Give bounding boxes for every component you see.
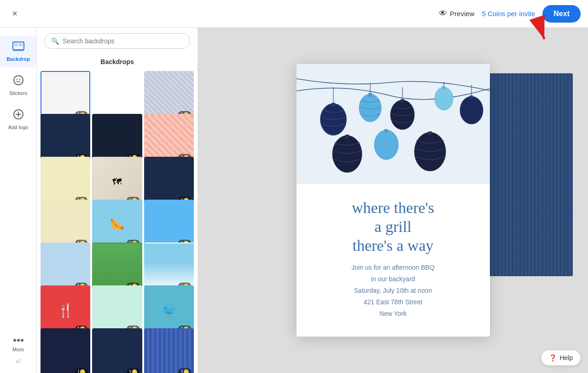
backdrop-label: Backdrop [6, 56, 30, 62]
sidebar-title: Backdrops [37, 54, 198, 71]
addlogo-icon [13, 109, 24, 123]
help-label: Help [559, 354, 573, 361]
help-button[interactable]: ❓ Help [541, 350, 581, 366]
svg-point-23 [435, 87, 453, 110]
search-box: 🔍 [44, 33, 190, 49]
svg-point-27 [332, 136, 362, 172]
card-text-area: where there's a grill there's a way Join… [333, 184, 453, 336]
svg-point-25 [460, 96, 483, 124]
body-line4: 421 East 78th Street [351, 296, 435, 308]
backdrop-item-19[interactable]: 1🪙 [41, 328, 90, 373]
backdrop-item-20[interactable]: 1🪙 [92, 328, 142, 373]
header-right: 👁 Preview 5 Coins per invite Next [439, 5, 581, 23]
card-body-text: Join us for an afternoon BBQ in our back… [351, 262, 435, 320]
coin-badge-21: 1🪙 [178, 368, 191, 373]
addlogo-label: Add logo [8, 124, 28, 130]
card-headline: where there's a grill there's a way [352, 199, 434, 255]
left-toolbar: Backdrop Stickers Add logo [0, 28, 37, 373]
svg-point-13 [17, 339, 20, 342]
headline-line2: a grill [352, 218, 434, 237]
svg-rect-5 [13, 50, 24, 51]
close-button[interactable]: × [7, 6, 22, 21]
backdrop-item-21[interactable]: 1🪙 [144, 328, 194, 373]
more-icon [13, 333, 24, 345]
svg-rect-4 [19, 43, 23, 46]
body-line1: Join us for an afternoon BBQ [351, 262, 435, 273]
more-label: More [12, 347, 24, 352]
svg-point-12 [13, 339, 16, 342]
sidebar: 🔍 Backdrops 1🪙 1🪙 1🪙 [37, 28, 198, 373]
svg-point-8 [19, 79, 20, 80]
svg-rect-3 [14, 43, 18, 46]
close-icon: × [12, 8, 17, 19]
headline-line1: where there's [352, 199, 434, 218]
invitation-card: where there's a grill there's a way Join… [297, 64, 490, 336]
header-left: × [7, 6, 22, 21]
svg-point-7 [16, 79, 17, 80]
svg-rect-28 [345, 135, 349, 138]
body-line5: New York [351, 308, 435, 320]
card-wrapper: where there's a grill there's a way Join… [297, 64, 490, 336]
lanterns-svg [297, 64, 490, 184]
svg-point-6 [14, 76, 23, 85]
svg-rect-32 [428, 131, 432, 135]
toolbar-item-addlogo[interactable]: Add logo [0, 103, 36, 136]
sidebar-search: 🔍 [37, 28, 198, 54]
coins-label[interactable]: 5 Coins per invite [482, 10, 535, 18]
svg-point-14 [21, 339, 23, 342]
svg-rect-30 [384, 129, 388, 132]
canvas-area: where there's a grill there's a way Join… [198, 28, 588, 373]
toolbar-item-backdrop[interactable]: Backdrop [0, 36, 36, 67]
toolbar-item-stickers[interactable]: Stickers [0, 69, 36, 101]
coin-badge-20: 1🪙 [127, 368, 140, 373]
stickers-icon [13, 75, 24, 89]
backdrop-icon [12, 41, 24, 54]
next-button[interactable]: Next [542, 5, 581, 23]
main-layout: Backdrop Stickers Add logo [0, 28, 588, 373]
headline-line3: there's a way [352, 237, 434, 255]
preview-label: Preview [450, 10, 474, 18]
version-label: v2 [16, 359, 21, 366]
search-icon: 🔍 [51, 37, 59, 45]
toolbar-item-more[interactable]: More [0, 327, 36, 358]
card-image-area [297, 64, 490, 184]
search-input[interactable] [63, 37, 183, 45]
svg-point-21 [390, 100, 414, 130]
stickers-label: Stickers [9, 90, 27, 96]
svg-point-29 [374, 130, 398, 160]
body-line2: in our backyard [351, 273, 435, 285]
coin-badge-19: 1🪙 [75, 368, 88, 373]
header: × 👁 Preview 5 Coins per invite Next [0, 0, 588, 28]
backdrop-grid: 1🪙 1🪙 1🪙 1🪙 1🪙 [37, 71, 198, 373]
help-icon: ❓ [549, 354, 557, 361]
body-line3: Saturday, July 10th at noon [351, 285, 435, 296]
preview-button[interactable]: 👁 Preview [439, 9, 474, 18]
eye-icon: 👁 [439, 9, 447, 18]
